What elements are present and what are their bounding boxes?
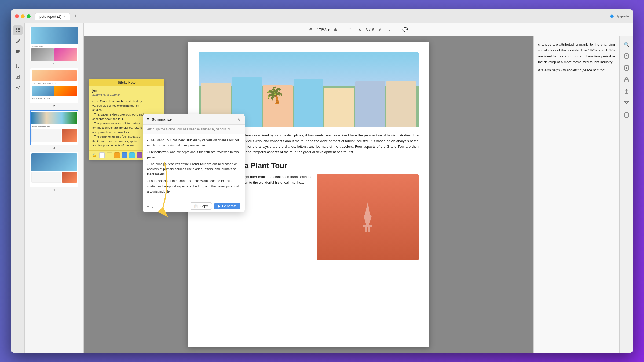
thumbnail-page-2[interactable]: A Key Phase in the History of T... Why t…	[27, 68, 81, 108]
annotation-button[interactable]: 💬	[400, 26, 410, 33]
summarize-title: Summarize	[152, 117, 235, 121]
sidebar-icons	[11, 23, 25, 353]
sidebar-divider-1	[14, 59, 22, 59]
svg-rect-13	[364, 215, 371, 216]
sticky-color-purple[interactable]	[137, 152, 142, 158]
email-button[interactable]	[622, 98, 631, 108]
svg-marker-12	[365, 202, 370, 215]
generate-label: Generate	[222, 204, 237, 208]
svg-rect-3	[18, 31, 20, 32]
last-page-button[interactable]: ⤓	[386, 26, 394, 33]
summary-bullet-2: - Previous work and concepts about the t…	[147, 150, 240, 160]
next-page-button[interactable]: ∨	[376, 26, 384, 33]
zoom-in-icon: ⊕	[334, 27, 337, 32]
thumbnail-img-4[interactable]	[30, 152, 78, 187]
summary-bullet-4: - Four aspects of the Grand Tour are exa…	[147, 179, 240, 194]
svg-rect-0	[16, 28, 17, 30]
toolbar-divider-1	[343, 27, 343, 33]
summary-bullet-1: - The Grand Tour has been studied by var…	[147, 138, 240, 148]
prev-page-button[interactable]: ∧	[356, 26, 364, 33]
sticky-note-header: Sticky Note	[89, 79, 164, 86]
thumbnail-label-4: 4	[53, 188, 55, 192]
sidebar-icon-annotate[interactable]	[13, 36, 23, 46]
svg-rect-5	[16, 50, 20, 51]
tab-bar: pets report (1) × +	[35, 13, 79, 20]
thumbnail-page-1[interactable]: Animals Helping 1	[27, 27, 81, 66]
thumbnail-page-4[interactable]: 4	[27, 152, 81, 192]
export-pdf-button[interactable]	[622, 51, 631, 61]
lock-button[interactable]	[622, 75, 631, 84]
page-indicator: 3 / 6	[366, 28, 374, 32]
zoom-control: 178% ▾	[317, 28, 330, 32]
thumbnail-img-1[interactable]: Animals Helping	[30, 27, 78, 61]
summarize-panel: ≡ Summarize ∧ Although the Grand Tour ha…	[143, 114, 245, 212]
copy-button[interactable]: 📋 Copy	[190, 202, 212, 210]
current-page[interactable]: 3	[366, 28, 368, 32]
sticky-note-date: 2023年8月7日 10:39:54	[92, 93, 161, 97]
content-with-toolbar: 🌴 Although the Grand Tour has been exami…	[84, 36, 633, 353]
building-5	[324, 88, 354, 127]
pdf-area[interactable]: 🌴 Although the Grand Tour has been exami…	[84, 36, 533, 353]
thumbnail-img-3[interactable]: Why to Take a Plant Tour	[30, 110, 78, 145]
upgrade-button[interactable]: 🔷 Upgrade	[610, 14, 629, 18]
summarize-preview-text: Although the Grand Tour has been examine…	[147, 127, 233, 131]
tab-close-button[interactable]: ×	[64, 14, 65, 18]
palm-tree: 🌴	[265, 86, 285, 105]
summarize-close-button[interactable]: ∧	[237, 117, 240, 122]
sticky-color-orange[interactable]	[114, 152, 120, 158]
zoom-out-button[interactable]: ⊖	[307, 26, 315, 33]
sidebar-icon-signatures[interactable]	[13, 83, 23, 92]
tab-document[interactable]: pets report (1) ×	[35, 13, 70, 20]
page-separator: /	[369, 28, 370, 32]
thumbnail-img-2[interactable]: A Key Phase in the History of T... Why t…	[30, 68, 78, 103]
search-right-button[interactable]: 🔍	[622, 39, 631, 49]
pages-button[interactable]	[622, 110, 631, 120]
sidebar-icon-thumbnails[interactable]	[13, 25, 23, 35]
minimize-window-button[interactable]	[21, 14, 25, 18]
zoom-out-icon: ⊖	[309, 27, 313, 32]
building-6	[355, 81, 385, 127]
svg-rect-1	[18, 28, 20, 30]
import-button[interactable]	[622, 63, 631, 73]
sticky-lock-icon[interactable]: 🔒	[92, 153, 96, 157]
zoom-dropdown-icon[interactable]: ▾	[328, 28, 330, 32]
close-window-button[interactable]	[15, 14, 19, 18]
maximize-window-button[interactable]	[27, 14, 31, 18]
summarize-list-icon[interactable]: ≡	[147, 204, 149, 208]
svg-rect-2	[16, 31, 17, 32]
svg-rect-17	[368, 227, 370, 232]
titlebar: pets report (1) × + 🔷 Upgrade	[11, 9, 633, 23]
sidebar-icon-text[interactable]	[13, 47, 23, 57]
sidebar-icon-pages[interactable]	[13, 72, 23, 82]
eiffel-tower-image	[317, 174, 419, 260]
new-tab-button[interactable]: +	[72, 13, 79, 19]
content-wrapper: ⊖ 178% ▾ ⊕ ⤒ ∧ 3 / 6 ∨ ⤓	[84, 23, 633, 353]
summarize-header: ≡ Summarize ∧	[143, 114, 245, 125]
sticky-color-cyan[interactable]	[129, 152, 135, 158]
thumbnail-label-3: 3	[53, 146, 55, 150]
share-button[interactable]	[622, 87, 631, 96]
right-panel-text-2: It is also helpful in achieving peace of…	[538, 67, 615, 73]
thumbnail-page-3[interactable]: Why to Take a Plant Tour 3	[27, 110, 81, 150]
thumbnail-panel: Animals Helping 1 A Key Phase in the His…	[25, 23, 84, 353]
summarize-quill-icon[interactable]: 🖋	[152, 204, 156, 208]
sticky-note-author: jun	[92, 89, 161, 93]
summary-bullet-3: - The principal features of the Grand To…	[147, 162, 240, 177]
sticky-color-yellow[interactable]	[107, 152, 112, 158]
copy-icon: 📋	[194, 204, 198, 208]
zoom-level[interactable]: 178%	[317, 28, 327, 32]
summarize-header-icon: ≡	[147, 117, 149, 122]
thumbnail-label-1: 1	[53, 62, 55, 66]
copy-label: Copy	[200, 204, 208, 208]
sticky-color-white[interactable]	[99, 152, 105, 158]
svg-rect-25	[625, 79, 628, 82]
svg-rect-7	[16, 52, 19, 53]
building-7	[386, 81, 416, 127]
sidebar-icon-bookmarks[interactable]	[13, 61, 23, 71]
zoom-in-button[interactable]: ⊕	[332, 26, 339, 33]
summarize-preview: Although the Grand Tour has been examine…	[143, 125, 245, 134]
generate-button[interactable]: ▶ Generate	[214, 203, 240, 209]
sticky-color-blue[interactable]	[122, 152, 127, 158]
svg-marker-14	[364, 216, 372, 225]
first-page-button[interactable]: ⤒	[346, 26, 354, 33]
